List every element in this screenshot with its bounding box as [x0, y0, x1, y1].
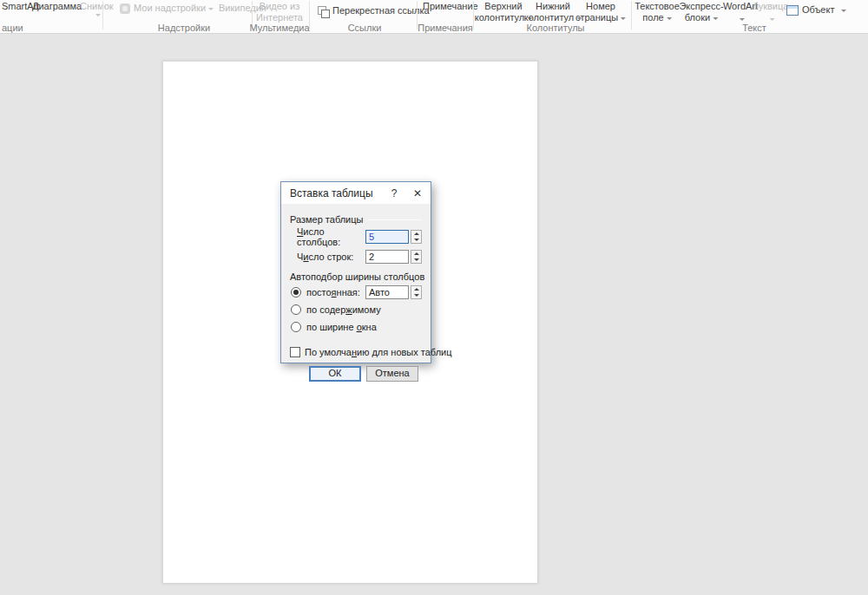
fixed-width-option[interactable]: постоянная: Авто — [290, 285, 422, 299]
autofit-contents-label: по содержимому — [306, 304, 381, 315]
group-label-header-footer: Колонтитулы — [527, 23, 585, 33]
radio-selected-icon[interactable] — [291, 287, 301, 298]
chevron-down-icon — [770, 18, 775, 21]
chevron-down-icon — [208, 8, 214, 10]
rows-row: Число строк: 2 — [290, 249, 422, 265]
columns-spinner[interactable] — [411, 230, 422, 244]
drop-cap-label: буквица — [753, 2, 789, 11]
object-label: Объект — [802, 4, 834, 15]
quick-parts-line1: Экспресс- — [679, 2, 723, 11]
header-line2: колонтитул — [475, 12, 525, 23]
ribbon-separator — [102, 1, 103, 29]
text-box-line2: поле — [642, 12, 663, 23]
rows-label: Число строк: — [297, 252, 365, 262]
columns-input[interactable]: 5 — [365, 230, 409, 244]
rows-spinner[interactable] — [411, 250, 422, 264]
autofit-contents-option[interactable]: по содержимому — [290, 303, 422, 317]
page-number-line1: Номер — [575, 2, 626, 11]
quick-parts-line2: блоки — [685, 12, 710, 23]
spin-down-icon — [414, 294, 419, 297]
table-size-section-header: Размер таблицы — [290, 214, 422, 225]
ribbon-screenshot-button[interactable]: Снимок — [80, 2, 114, 11]
ribbon-drop-cap-button[interactable]: буквица — [753, 2, 789, 23]
ribbon: SmartArt Диаграмма Снимок ации Мои надст… — [0, 0, 868, 34]
autofit-window-option[interactable]: по ширине окна — [290, 320, 422, 334]
autofit-window-label: по ширине окна — [306, 322, 377, 332]
columns-row: Число столбцов: 5 — [290, 229, 422, 245]
ribbon-cross-reference-button[interactable]: Перекрестная ссылка — [318, 6, 430, 16]
ribbon-separator — [309, 1, 310, 29]
group-label-media: Мультимедиа — [249, 23, 309, 33]
ribbon-comment-button[interactable]: Примечание — [423, 2, 478, 11]
group-label-illustrations: ации — [2, 23, 23, 33]
remember-dimensions-label: По умолчанию для новых таблиц — [305, 347, 452, 357]
ribbon-footer-button[interactable]: Нижний колонтитул — [524, 2, 582, 23]
section-divider — [368, 219, 422, 220]
ribbon-text-box-button[interactable]: Текстовое поле — [635, 2, 680, 23]
help-button[interactable]: ? — [384, 187, 404, 199]
spin-up-button[interactable] — [411, 231, 421, 237]
chevron-down-icon — [621, 17, 626, 20]
ribbon-chart-button[interactable]: Диаграмма — [32, 2, 82, 11]
fixed-width-spinner[interactable] — [411, 285, 422, 299]
object-icon — [786, 5, 799, 16]
ribbon-separator — [631, 1, 632, 29]
spin-up-button[interactable] — [411, 251, 421, 257]
dialog-buttons: ОК Отмена — [290, 366, 422, 382]
spin-up-button[interactable] — [411, 286, 421, 292]
ribbon-page-number-button[interactable]: Номер страницы — [575, 2, 626, 23]
chevron-down-icon — [95, 14, 101, 16]
chevron-down-icon — [841, 10, 846, 12]
group-label-links: Ссылки — [348, 23, 382, 33]
spin-down-button[interactable] — [411, 292, 421, 298]
group-label-addins: Надстройки — [158, 23, 210, 33]
footer-line1: Нижний — [524, 2, 582, 11]
cancel-button[interactable]: Отмена — [366, 366, 418, 382]
chevron-down-icon — [739, 18, 744, 21]
autofit-section-header: Автоподбор ширины столбцов — [290, 271, 422, 282]
spin-down-icon — [414, 239, 419, 241]
radio-icon[interactable] — [291, 322, 301, 332]
ribbon-quick-parts-button[interactable]: Экспресс- блоки — [679, 2, 723, 23]
chevron-down-icon — [713, 17, 718, 20]
fixed-width-input[interactable]: Авто — [365, 285, 409, 299]
spin-down-icon — [414, 258, 419, 261]
ok-button[interactable]: ОК — [309, 366, 361, 382]
page-number-line2: страницы — [575, 12, 618, 23]
remember-dimensions-option[interactable]: По умолчанию для новых таблиц — [290, 346, 422, 358]
cross-reference-label: Перекрестная ссылка — [332, 5, 430, 16]
online-video-line2: Интернета — [256, 13, 303, 23]
chevron-down-icon — [667, 17, 672, 20]
dialog-title-bar[interactable]: Вставка таблицы ? ✕ — [281, 182, 431, 204]
group-label-text: Текст — [742, 23, 766, 33]
cross-reference-icon — [318, 6, 329, 16]
spin-up-icon — [414, 288, 419, 291]
group-label-comments: Примечания — [418, 23, 473, 33]
dialog-title: Вставка таблицы — [290, 187, 384, 199]
ribbon-my-addins-button[interactable]: Мои надстройки — [120, 3, 214, 14]
text-box-line1: Текстовое — [635, 2, 680, 11]
spin-down-button[interactable] — [411, 257, 421, 263]
autofit-label: Автоподбор ширины столбцов — [290, 271, 424, 282]
spin-up-icon — [414, 252, 419, 255]
spin-up-icon — [414, 232, 419, 235]
ribbon-online-video-button[interactable]: Видео из Интернета — [256, 2, 303, 23]
addin-icon — [120, 3, 130, 14]
spin-down-button[interactable] — [411, 237, 421, 243]
checkbox-icon[interactable] — [290, 347, 300, 357]
fixed-width-label: постоянная: — [306, 287, 360, 298]
ribbon-my-addins-label: Мои надстройки — [134, 3, 206, 13]
ribbon-object-button[interactable]: Объект — [786, 5, 846, 16]
footer-line2: колонтитул — [524, 12, 575, 23]
columns-label: Число столбцов: — [297, 226, 365, 247]
radio-icon[interactable] — [291, 304, 301, 315]
rows-input[interactable]: 2 — [365, 250, 409, 264]
insert-table-dialog: Вставка таблицы ? ✕ Размер таблицы Число… — [280, 181, 431, 363]
table-size-label: Размер таблицы — [290, 214, 363, 225]
close-icon[interactable]: ✕ — [404, 187, 431, 199]
online-video-line1: Видео из — [256, 2, 303, 11]
